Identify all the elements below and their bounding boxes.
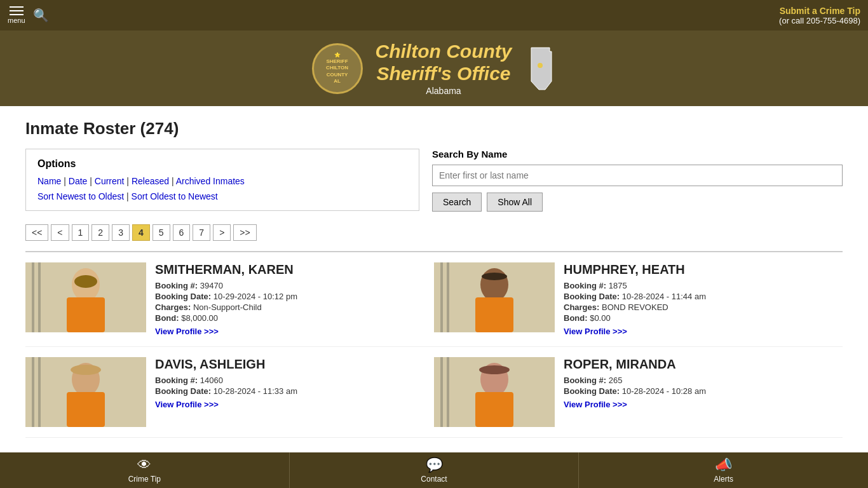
svg-rect-17 [67,392,105,427]
svg-rect-15 [38,357,41,427]
inmate-info-davis: DAVIS, ASHLEIGH Booking #: 14060 Booking… [155,357,421,427]
page-2[interactable]: 2 [92,224,109,241]
inmate-item-roper: ROPER, MIRANDA Booking #: 265 Booking Da… [434,357,843,427]
inmate-booking-date-roper: Booking Date: 10-28-2024 - 10:28 am [564,386,830,396]
show-all-button[interactable]: Show All [487,193,543,212]
view-profile-humphrey[interactable]: View Profile >>> [564,327,627,336]
sheriff-badge: ⭐SHERIFFCHILTONCOUNTYAL [312,43,363,94]
view-profile-roper[interactable]: View Profile >>> [564,400,627,409]
brand-text: Chilton County Sheriff's Office Alabama [376,41,512,96]
page-first[interactable]: << [25,224,48,241]
footer-contact[interactable]: 💬 Contact [290,452,579,488]
svg-point-18 [71,365,101,375]
inmate-name-smitherman: SMITHERMAN, KAREN [155,262,421,277]
svg-rect-14 [32,357,34,427]
page-next[interactable]: > [213,224,231,241]
pagination: << < 1 2 3 4 5 6 7 > >> [25,224,843,241]
menu-button[interactable]: menu [8,6,25,24]
page-1[interactable]: 1 [72,224,90,241]
view-profile-smitherman[interactable]: View Profile >>> [155,327,219,336]
inmate-booking-date-smitherman: Booking Date: 10-29-2024 - 10:12 pm [155,292,421,301]
option-released-link[interactable]: Released [132,176,169,186]
svg-rect-5 [67,297,105,332]
page-prev[interactable]: < [51,224,69,241]
inmate-bond-humphrey: Bond: $0.00 [564,313,830,323]
inmate-booking-num-smitherman: Booking #: 39470 [155,281,421,290]
page-5[interactable]: 5 [153,224,170,241]
svg-rect-2 [32,262,34,332]
page-6[interactable]: 6 [173,224,191,241]
page-last[interactable]: >> [233,224,256,241]
inmate-name-davis: DAVIS, ASHLEIGH [155,357,421,372]
svg-rect-3 [38,262,41,332]
menu-label: menu [8,17,25,24]
search-buttons: Search Show All [432,193,843,212]
alerts-icon: 📣 [715,457,732,473]
inmate-item-smitherman: SMITHERMAN, KAREN Booking #: 39470 Booki… [25,262,434,336]
inmate-photo-davis [25,357,146,427]
search-box: Search By Name Search Show All [432,149,843,212]
inmate-item-humphrey: HUMPHREY, HEATH Booking #: 1875 Booking … [434,262,843,336]
option-current-link[interactable]: Current [95,176,125,186]
footer-alerts[interactable]: 📣 Alerts [579,452,868,488]
top-bar-right: Submit a Crime Tip (or call 205-755-4698… [779,6,860,25]
main-content: Inmate Roster (274) Options Name | Date … [0,106,868,451]
inmate-name-roper: ROPER, MIRANDA [564,357,830,372]
options-search-row: Options Name | Date | Current | Released… [25,149,843,212]
inmate-name-humphrey: HUMPHREY, HEATH [564,262,830,277]
svg-point-12 [482,273,507,280]
inmate-photo-smitherman [25,262,146,332]
page-3[interactable]: 3 [112,224,130,241]
crime-tip-link[interactable]: Submit a Crime Tip [780,6,860,16]
option-archived-link[interactable]: Archived Inmates [176,176,245,186]
crime-tip-icon: 👁 [137,457,151,473]
inmate-booking-num-davis: Booking #: 14060 [155,376,421,385]
search-label: Search By Name [432,149,843,159]
option-date-link[interactable]: Date [69,176,88,186]
svg-rect-11 [475,297,513,332]
inmate-row-2: DAVIS, ASHLEIGH Booking #: 14060 Booking… [25,347,843,438]
inmate-item-davis: DAVIS, ASHLEIGH Booking #: 14060 Booking… [25,357,434,427]
sort-newest-link[interactable]: Sort Newest to Oldest [37,191,124,201]
brand-title-line1: Chilton County [376,41,512,63]
svg-point-6 [74,275,97,288]
page-title: Inmate Roster (274) [25,119,843,139]
option-name-link[interactable]: Name [37,176,61,186]
call-info: (or call 205-755-4698) [779,16,860,25]
search-button[interactable]: Search [432,193,482,212]
svg-point-24 [479,365,510,374]
page-4[interactable]: 4 [132,224,150,241]
inmate-photo-roper [434,357,555,427]
footer-alerts-label: Alerts [714,475,733,484]
view-profile-davis[interactable]: View Profile >>> [155,400,219,409]
inmate-info-smitherman: SMITHERMAN, KAREN Booking #: 39470 Booki… [155,262,421,336]
footer-crime-tip[interactable]: 👁 Crime Tip [0,452,289,488]
search-input[interactable] [432,165,843,186]
brand-banner: ⭐SHERIFFCHILTONCOUNTYAL Chilton County S… [0,30,868,106]
badge-text: ⭐SHERIFFCHILTONCOUNTYAL [326,52,348,85]
svg-rect-20 [440,357,443,427]
footer-contact-label: Contact [421,475,447,484]
inmate-row: SMITHERMAN, KAREN Booking #: 39470 Booki… [25,252,843,347]
page-7[interactable]: 7 [193,224,210,241]
footer-crime-tip-label: Crime Tip [128,475,161,484]
search-icon[interactable]: 🔍 [33,8,49,23]
sort-oldest-link[interactable]: Sort Oldest to Newest [132,191,218,201]
inmate-info-humphrey: HUMPHREY, HEATH Booking #: 1875 Booking … [564,262,830,336]
svg-rect-23 [475,392,513,427]
inmate-booking-date-davis: Booking Date: 10-28-2024 - 11:33 am [155,386,421,396]
state-shape [524,46,556,91]
options-links: Name | Date | Current | Released | Archi… [37,176,407,186]
options-title: Options [37,158,407,170]
inmate-booking-num-roper: Booking #: 265 [564,376,830,385]
inmate-booking-date-humphrey: Booking Date: 10-28-2024 - 11:44 am [564,292,830,301]
svg-rect-8 [440,262,443,332]
hamburger-icon [10,6,24,15]
sort-links: Sort Newest to Oldest | Sort Oldest to N… [37,191,407,201]
inmate-bond-smitherman: Bond: $8,000.00 [155,313,421,323]
svg-point-0 [538,63,543,68]
options-box: Options Name | Date | Current | Released… [25,149,419,211]
top-bar: menu 🔍 Submit a Crime Tip (or call 205-7… [0,0,868,30]
footer-bar: 👁 Crime Tip 💬 Contact 📣 Alerts [0,452,868,488]
svg-rect-21 [447,357,449,427]
